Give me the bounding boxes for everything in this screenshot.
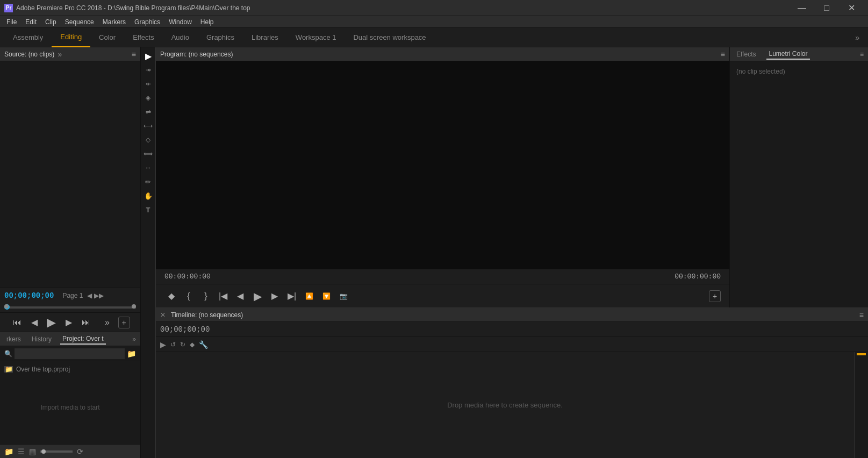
double-speed-button[interactable]: » <box>101 316 114 329</box>
track-select-back-tool[interactable]: ↞ <box>142 77 155 90</box>
timeline-panel-menu-icon[interactable]: ≡ <box>859 311 864 319</box>
timeline-marker-icon[interactable]: ◆ <box>190 341 195 348</box>
step-back-button[interactable]: ⏮ <box>11 316 24 329</box>
menu-clip[interactable]: Clip <box>41 17 61 27</box>
close-button[interactable]: ✕ <box>839 0 864 16</box>
next-page-icon[interactable]: ▶▶ <box>94 292 104 299</box>
in-point-button[interactable]: { <box>182 289 196 303</box>
tab-lumetri[interactable]: Lumetri Color <box>766 49 809 60</box>
marker-button[interactable]: ◆ <box>164 289 178 303</box>
program-monitor: Program: (no sequences) ≡ 00:00:00:00 00… <box>156 47 729 307</box>
timeline-step-icon[interactable]: ↻ <box>180 341 185 348</box>
timeline-selection-icon[interactable]: ▶ <box>160 340 166 349</box>
tab-assembly[interactable]: Assembly <box>4 28 52 47</box>
new-item-icon[interactable]: 📁 <box>127 349 136 358</box>
icon-size-slider[interactable] <box>40 450 73 453</box>
program-add-button[interactable]: + <box>709 290 721 302</box>
settings-icon[interactable]: ⟳ <box>77 447 83 456</box>
type-tool[interactable]: T <box>142 203 155 216</box>
out-point-button[interactable]: } <box>199 289 213 303</box>
tab-effects[interactable]: Effects <box>124 28 163 47</box>
timeline-wrench-icon[interactable]: 🔧 <box>199 340 208 349</box>
vertical-toolbar: ▶ ↠ ↞ ◈ ⇌ ⟷ ◇ ⟺ ↔ ✏ ✋ T <box>141 47 156 458</box>
back-frame-button[interactable]: ◀ <box>28 316 41 329</box>
hand-tool[interactable]: ✋ <box>142 189 155 202</box>
extract-button[interactable]: 🔽 <box>319 289 333 303</box>
tab-editing[interactable]: Editing <box>52 28 90 47</box>
razor-tool[interactable]: ◇ <box>142 133 155 146</box>
program-panel-menu-icon[interactable]: ≡ <box>721 50 725 59</box>
timeline-panel-header: ✕ Timeline: (no sequences) ≡ <box>156 308 868 322</box>
menu-file[interactable]: File <box>2 17 21 27</box>
step-back-button[interactable]: ◀ <box>233 289 247 303</box>
list-view-icon[interactable]: ☰ <box>18 447 25 456</box>
selection-tool[interactable]: ▶ <box>142 49 155 62</box>
menu-sequence[interactable]: Sequence <box>61 17 98 27</box>
source-panel-menu-icon[interactable]: ≡ <box>132 50 136 59</box>
source-controls: ⏮ ◀ ▶ ▶ ⏭ » + <box>0 312 140 332</box>
source-add-button[interactable]: + <box>118 317 130 328</box>
track-select-forward-tool[interactable]: ↠ <box>142 63 155 76</box>
program-monitor-content <box>156 61 729 269</box>
go-to-in-button[interactable]: |◀ <box>216 289 230 303</box>
center-top: Program: (no sequences) ≡ 00:00:00:00 00… <box>156 47 868 307</box>
source-panel-header: Source: (no clips) » ≡ <box>0 47 140 61</box>
tab-effects[interactable]: Effects <box>734 49 758 59</box>
timeline-undo-icon[interactable]: ↺ <box>170 341 176 348</box>
tab-audio[interactable]: Audio <box>163 28 198 47</box>
program-timecode-right: 00:00:00:00 <box>675 273 721 281</box>
slip-tool[interactable]: ⟺ <box>142 147 155 160</box>
rolling-edit-tool[interactable]: ⇌ <box>142 105 155 118</box>
new-bin-icon[interactable]: 📁 <box>4 447 13 456</box>
ripple-edit-tool[interactable]: ◈ <box>142 91 155 104</box>
program-timecode-left: 00:00:00:00 <box>164 273 211 281</box>
menu-markers[interactable]: Markers <box>98 17 130 27</box>
prev-page-icon[interactable]: ◀ <box>87 292 92 299</box>
program-controls: ◆ { } |◀ ◀ ▶ ▶ ▶| 🔼 🔽 📷 + <box>156 284 729 307</box>
tab-libraries[interactable]: Libraries <box>243 28 287 47</box>
right-panel-content: (no clip selected) <box>730 61 868 307</box>
lift-button[interactable]: 🔼 <box>302 289 316 303</box>
tab-history[interactable]: History <box>30 334 54 344</box>
rate-stretch-tool[interactable]: ⟷ <box>142 119 155 132</box>
play-button[interactable]: ▶ <box>45 316 58 329</box>
source-timecode: 00;00;00;00 <box>4 291 54 300</box>
forward-frame-button[interactable]: ▶ <box>62 316 75 329</box>
timeline-close-icon[interactable]: ✕ <box>160 311 166 319</box>
source-page-label: Page 1 <box>62 292 83 299</box>
right-panel-menu-icon[interactable]: ≡ <box>860 51 864 58</box>
bottom-panel-expand-icon[interactable]: » <box>132 335 136 343</box>
tab-workspace1[interactable]: Workspace 1 <box>287 28 345 47</box>
tab-dual[interactable]: Dual screen workspace <box>345 28 434 47</box>
program-play-button[interactable]: ▶ <box>250 289 264 303</box>
maximize-button[interactable]: □ <box>814 0 839 16</box>
tab-graphics[interactable]: Graphics <box>198 28 243 47</box>
go-to-out-button[interactable]: ▶| <box>285 289 299 303</box>
pen-tool[interactable]: ✏ <box>142 175 155 188</box>
step-forward-button[interactable]: ▶ <box>268 289 282 303</box>
minimize-button[interactable]: — <box>790 0 814 16</box>
source-progress-bar[interactable] <box>0 303 140 312</box>
timeline-scrollbar[interactable] <box>854 352 868 458</box>
source-nav-arrows: ◀ ▶▶ <box>87 292 104 299</box>
search-input[interactable] <box>15 348 125 359</box>
tab-color[interactable]: Color <box>90 28 124 47</box>
source-monitor: Source: (no clips) » ≡ 00;00;00;00 Page … <box>0 47 140 332</box>
menu-edit[interactable]: Edit <box>21 17 41 27</box>
menu-window[interactable]: Window <box>164 17 196 27</box>
menubar: File Edit Clip Sequence Markers Graphics… <box>0 16 868 28</box>
timeline-drop-area[interactable]: Drop media here to create sequence. <box>156 352 854 458</box>
source-panel-expand-icon[interactable]: » <box>58 50 62 59</box>
timeline-timecode-bar: 00;00;00;00 <box>156 322 868 337</box>
step-forward-button[interactable]: ⏭ <box>80 316 92 329</box>
tab-project[interactable]: Project: Over t <box>60 334 106 345</box>
tab-markers[interactable]: rkers <box>4 334 23 344</box>
icon-view-icon[interactable]: ▦ <box>29 447 36 456</box>
export-frame-button[interactable]: 📷 <box>336 289 350 303</box>
menu-graphics[interactable]: Graphics <box>130 17 164 27</box>
menu-help[interactable]: Help <box>196 17 218 27</box>
progress-track <box>4 306 136 309</box>
slide-tool[interactable]: ↔ <box>142 161 155 174</box>
progress-end-dot <box>132 304 136 309</box>
more-tabs-icon[interactable]: » <box>851 33 864 42</box>
